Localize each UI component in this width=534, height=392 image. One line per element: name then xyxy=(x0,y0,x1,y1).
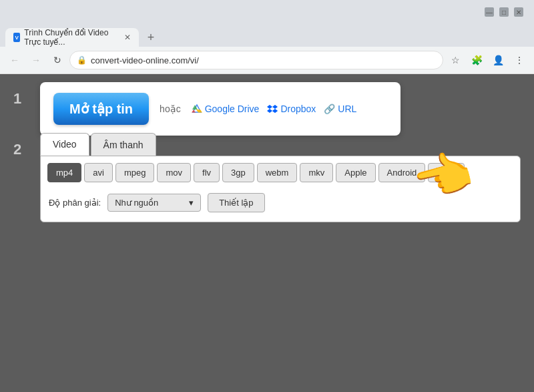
dropbox-icon xyxy=(267,104,278,114)
format-mkv[interactable]: mkv xyxy=(300,163,333,182)
address-bar[interactable]: 🔒 convert-video-online.com/vi/ xyxy=(69,51,443,69)
step-2-number: 2 xyxy=(13,141,21,158)
nav-actions: ☆ 🧩 👤 ⋮ xyxy=(446,51,529,69)
dropbox-label: Dropbox xyxy=(280,104,316,114)
page-content: 1 Mở tập tin hoặc Google Drive xyxy=(0,74,534,392)
svg-marker-3 xyxy=(192,110,196,113)
nav-bar: ← → ↻ 🔒 convert-video-online.com/vi/ ☆ 🧩… xyxy=(0,47,534,73)
tab-bar: V Trình Chuyển đổi Video Trực tuyế... ✕ … xyxy=(0,24,534,47)
browser-chrome: — □ ✕ V Trình Chuyển đổi Video Trực tuyế… xyxy=(0,0,534,74)
resolution-label: Độ phân giải: xyxy=(49,198,101,208)
format-mp4[interactable]: mp4 xyxy=(47,163,81,182)
menu-button[interactable]: ⋮ xyxy=(510,51,529,69)
dropbox-option[interactable]: Dropbox xyxy=(267,104,316,114)
format-webm[interactable]: webm xyxy=(257,163,298,182)
format-avi[interactable]: avi xyxy=(84,163,113,182)
svg-marker-6 xyxy=(267,109,272,113)
google-drive-icon xyxy=(192,104,202,114)
link-icon: 🔗 xyxy=(324,104,335,114)
svg-marker-5 xyxy=(272,105,278,109)
resolution-select[interactable]: Như nguồn ▾ xyxy=(107,194,201,212)
forward-button[interactable]: → xyxy=(27,51,45,69)
svg-marker-4 xyxy=(267,105,272,109)
profile-button[interactable]: 👤 xyxy=(489,51,507,69)
format-mpeg[interactable]: mpeg xyxy=(115,163,155,182)
svg-marker-8 xyxy=(272,110,278,114)
minimize-button[interactable]: — xyxy=(485,7,494,17)
title-bar: — □ ✕ xyxy=(0,0,534,24)
format-flv[interactable]: flv xyxy=(194,163,220,182)
pointing-hand-container: 👉 xyxy=(414,148,494,221)
cloud-options: Google Drive Dropbox 🔗 URL xyxy=(192,104,357,114)
window-controls: — □ ✕ xyxy=(485,7,523,17)
upload-card: Mở tập tin hoặc Google Drive xyxy=(40,82,400,136)
url-option[interactable]: 🔗 URL xyxy=(324,104,356,114)
tab-close-button[interactable]: ✕ xyxy=(124,33,131,42)
format-3gp[interactable]: 3gp xyxy=(222,163,254,182)
back-button[interactable]: ← xyxy=(5,51,24,69)
open-file-button[interactable]: Mở tập tin xyxy=(53,93,149,125)
close-button[interactable]: ✕ xyxy=(514,7,523,17)
format-apple[interactable]: Apple xyxy=(336,163,375,182)
maximize-button[interactable]: □ xyxy=(499,7,509,17)
resolution-value: Như nguồn xyxy=(115,198,158,208)
tab-title: Trình Chuyển đổi Video Trực tuyế... xyxy=(24,28,117,47)
tab-favicon: V xyxy=(13,33,20,42)
active-tab[interactable]: V Trình Chuyển đổi Video Trực tuyế... ✕ xyxy=(5,28,139,47)
lock-icon: 🔒 xyxy=(77,55,87,65)
tab-audio[interactable]: Âm thanh xyxy=(91,133,156,156)
google-drive-option[interactable]: Google Drive xyxy=(192,104,260,114)
format-mov[interactable]: mov xyxy=(157,163,191,182)
step-1-number: 1 xyxy=(13,90,21,108)
new-tab-button[interactable]: + xyxy=(142,28,160,47)
tab-video[interactable]: Video xyxy=(40,133,89,156)
extensions-button[interactable]: 🧩 xyxy=(467,51,486,69)
url-text: convert-video-online.com/vi/ xyxy=(91,55,436,65)
hoac-label: hoặc xyxy=(160,104,181,114)
google-drive-label: Google Drive xyxy=(205,104,260,114)
url-label: URL xyxy=(338,104,356,114)
refresh-button[interactable]: ↻ xyxy=(48,51,67,69)
pointing-hand-icon: 👉 xyxy=(408,141,481,211)
settings-button[interactable]: Thiết lập xyxy=(208,193,264,212)
dropdown-arrow: ▾ xyxy=(189,198,194,208)
bookmark-button[interactable]: ☆ xyxy=(446,51,465,69)
